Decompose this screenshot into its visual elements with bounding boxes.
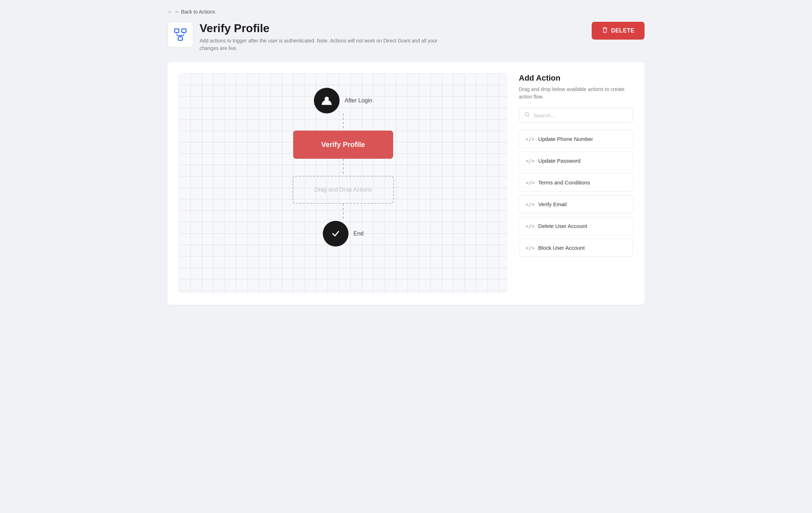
verify-profile-block[interactable]: Verify Profile [293, 131, 393, 159]
svg-rect-0 [175, 29, 179, 32]
search-input[interactable] [533, 112, 628, 118]
search-box [519, 108, 633, 123]
search-icon [524, 112, 530, 119]
check-icon [330, 228, 341, 239]
end-node-row: End [323, 221, 364, 247]
connector-3 [343, 204, 344, 221]
code-bracket-icon-2: </> [526, 158, 535, 164]
connector-2 [343, 159, 344, 176]
action-label-1: Update Phone Number [538, 136, 593, 142]
delete-icon [602, 27, 608, 35]
connector-1 [343, 113, 344, 131]
code-bracket-icon-4: </> [526, 202, 535, 207]
action-item-verify-email[interactable]: </> Verify Email [519, 195, 633, 213]
code-bracket-icon-3: </> [526, 180, 535, 186]
svg-rect-2 [178, 37, 182, 40]
code-bracket-icon-6: </> [526, 245, 535, 251]
action-item-block-user[interactable]: </> Block User Account [519, 239, 633, 257]
header-text-block: Verify Profile Add actions to trigger af… [200, 22, 450, 52]
panel-title: Add Action [519, 73, 633, 83]
start-node-row: After Login [314, 88, 372, 113]
end-node[interactable] [323, 221, 349, 247]
back-link-label: ← Back to Actions [175, 9, 215, 15]
flow-canvas: After Login Verify Profile Drag and Drop… [179, 73, 507, 293]
page-header: Verify Profile Add actions to trigger af… [167, 22, 645, 52]
start-node-label: After Login [345, 97, 372, 104]
action-item-terms[interactable]: </> Terms and Conditions [519, 173, 633, 192]
back-to-actions-link[interactable]: ← ← Back to Actions [167, 9, 215, 15]
action-label-4: Verify Email [538, 201, 566, 207]
action-label-6: Block User Account [538, 245, 585, 251]
main-panel: After Login Verify Profile Drag and Drop… [167, 62, 645, 305]
code-bracket-icon-5: </> [526, 223, 535, 229]
drop-zone[interactable]: Drag and Drop Actions [292, 176, 394, 204]
person-icon [320, 94, 333, 107]
back-arrow-icon: ← [167, 9, 172, 15]
page-subtitle: Add actions to trigger after the user is… [200, 37, 450, 52]
action-label-2: Update Password [538, 158, 580, 164]
action-list: </> Update Phone Number </> Update Passw… [519, 130, 633, 257]
page-icon-box [167, 22, 193, 47]
action-label-3: Terms and Conditions [538, 179, 590, 186]
delete-button[interactable]: DELETE [592, 22, 645, 40]
code-bracket-icon-1: </> [526, 136, 535, 142]
after-login-node[interactable] [314, 88, 340, 113]
panel-subtitle: Drag and drop below available actions to… [519, 86, 633, 101]
delete-button-label: DELETE [611, 27, 635, 34]
add-action-panel: Add Action Drag and drop below available… [519, 73, 633, 293]
action-label-5: Delete User Account [538, 223, 587, 229]
action-item-update-phone[interactable]: </> Update Phone Number [519, 130, 633, 148]
svg-rect-1 [182, 29, 186, 32]
flow-icon [173, 27, 187, 42]
end-node-label: End [354, 230, 364, 237]
start-node-group: After Login Verify Profile Drag and Drop… [292, 88, 394, 247]
action-item-delete-user[interactable]: </> Delete User Account [519, 217, 633, 235]
page-title: Verify Profile [200, 22, 450, 35]
canvas-content: After Login Verify Profile Drag and Drop… [179, 73, 507, 261]
header-left: Verify Profile Add actions to trigger af… [167, 22, 450, 52]
action-item-update-password[interactable]: </> Update Password [519, 152, 633, 170]
